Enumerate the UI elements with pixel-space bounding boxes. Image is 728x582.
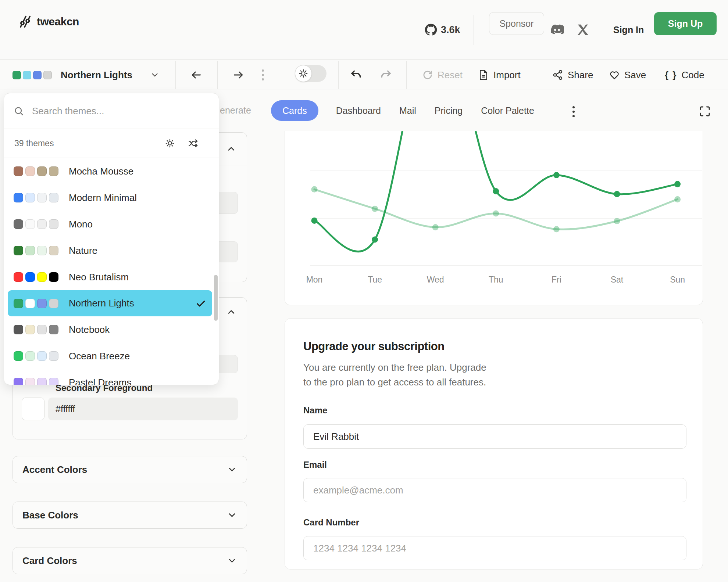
sun-icon <box>295 65 312 82</box>
theme-color-swatch <box>37 351 47 361</box>
chart-data-point <box>493 188 499 194</box>
import-button[interactable]: Import <box>478 69 521 81</box>
theme-name: Neo Brutalism <box>69 272 129 283</box>
chevron-up-icon[interactable] <box>226 307 236 317</box>
theme-color-swatch <box>25 272 35 282</box>
github-star-count: 3.6k <box>441 24 460 36</box>
code-button[interactable]: { } Code <box>665 69 704 81</box>
history-forward-button[interactable] <box>232 60 244 90</box>
history-back-button[interactable] <box>190 60 202 90</box>
chart-data-point <box>372 237 378 243</box>
share-button[interactable]: Share <box>552 69 593 81</box>
sponsor-button[interactable]: Sponsor <box>489 12 544 35</box>
toolbar-theme-swatches <box>13 60 52 90</box>
brand-name: tweakcn <box>37 15 79 28</box>
section-card-colors[interactable]: Card Colors <box>13 547 247 574</box>
theme-color-swatch <box>25 166 35 176</box>
theme-search-row <box>4 93 219 129</box>
sign-in-button[interactable]: Sign In <box>613 0 644 60</box>
header-divider <box>474 15 474 45</box>
theme-list-item[interactable]: Ocean Breeze <box>4 343 219 369</box>
theme-name: Mocha Mousse <box>69 166 133 177</box>
chart-data-point <box>674 181 681 187</box>
chart-line-secondary <box>314 189 678 229</box>
light-mode-sun-icon[interactable] <box>165 139 175 148</box>
theme-color-swatch <box>25 193 35 202</box>
theme-list-item[interactable]: Northern Lights <box>8 290 212 316</box>
undo-button[interactable] <box>350 60 363 90</box>
tab-mail[interactable]: Mail <box>399 100 417 121</box>
theme-color-swatch <box>49 272 58 282</box>
brand[interactable]: tweakcn <box>18 15 79 29</box>
theme-list-item[interactable]: Nature <box>4 237 219 264</box>
more-menu-ellipsis-icon[interactable] <box>572 105 575 118</box>
tab-color-palette[interactable]: Color Palette <box>480 100 535 121</box>
shuffle-random-icon[interactable] <box>188 138 198 148</box>
theme-color-swatch <box>14 193 23 202</box>
chart-data-point <box>553 172 560 178</box>
theme-swatch <box>33 71 42 79</box>
card-number-input[interactable] <box>303 536 686 560</box>
theme-list: Mocha MousseModern MinimalMonoNatureNeo … <box>4 158 219 385</box>
theme-color-swatch <box>25 351 35 361</box>
scrollbar-thumb[interactable] <box>214 275 218 321</box>
theme-list-item[interactable]: Mocha Mousse <box>4 158 219 184</box>
chevron-down-icon <box>227 464 237 475</box>
tab-pricing[interactable]: Pricing <box>434 100 463 121</box>
upgrade-subscription-card: Upgrade your subscription You are curren… <box>285 318 703 570</box>
name-input[interactable] <box>303 424 686 449</box>
light-dark-mode-toggle[interactable] <box>295 65 326 82</box>
discord-icon[interactable] <box>550 0 564 60</box>
theme-color-swatch <box>49 246 58 255</box>
theme-list-item[interactable]: Modern Minimal <box>4 184 219 211</box>
chart-axis-label: Sun <box>670 275 685 284</box>
toolbar-divider <box>540 61 540 89</box>
github-stars-button[interactable]: 3.6k <box>425 0 460 60</box>
share-icon <box>552 69 563 80</box>
card-description-line: You are currently on the free plan. Upgr… <box>303 362 486 373</box>
theme-color-swatch <box>14 351 23 361</box>
tab-cards[interactable]: Cards <box>271 100 318 121</box>
toolbar-divider <box>175 61 176 89</box>
theme-color-swatch <box>49 325 58 334</box>
theme-color-swatch <box>25 325 35 334</box>
preview-tabs: CardsDashboardMailPricingColor Palette <box>271 100 535 121</box>
hex-color-input[interactable] <box>48 398 238 420</box>
code-braces-icon: { } <box>665 69 677 81</box>
theme-selector[interactable]: Northern Lights <box>61 60 132 90</box>
email-input[interactable] <box>303 478 686 502</box>
chart-data-point <box>311 218 318 224</box>
theme-list-item[interactable]: Pastel Dreams <box>4 369 219 385</box>
chevron-up-icon[interactable] <box>226 144 236 154</box>
theme-color-swatch <box>37 325 47 334</box>
theme-name: Pastel Dreams <box>69 377 132 385</box>
github-icon <box>425 24 437 36</box>
header-divider <box>602 15 602 45</box>
drag-handle-dots-icon[interactable] <box>261 60 265 90</box>
theme-list-item[interactable]: Neo Brutalism <box>4 264 219 290</box>
theme-color-swatch <box>49 299 58 308</box>
tab-dashboard[interactable]: Dashboard <box>335 100 382 121</box>
redo-button[interactable] <box>379 60 392 90</box>
generate-button-fragment[interactable]: enerate <box>220 105 251 116</box>
tweakcn-logo-icon <box>18 15 32 29</box>
theme-list-item[interactable]: Mono <box>4 211 219 237</box>
chart-data-point <box>614 191 620 197</box>
theme-color-swatch <box>49 378 58 385</box>
theme-search-input[interactable] <box>32 105 209 117</box>
reset-button[interactable]: Reset <box>422 69 463 81</box>
sign-up-button[interactable]: Sign Up <box>654 12 717 35</box>
theme-list-item[interactable]: Notebook <box>4 316 219 343</box>
theme-color-swatch <box>14 378 23 385</box>
theme-color-swatch <box>37 246 47 255</box>
fullscreen-icon[interactable] <box>699 105 711 117</box>
chart-data-point <box>553 226 560 232</box>
section-accent-colors[interactable]: Accent Colors <box>13 456 247 483</box>
chevron-down-icon[interactable] <box>150 60 160 90</box>
x-twitter-icon[interactable] <box>577 0 589 60</box>
theme-count-row: 39 themes <box>4 129 219 158</box>
section-base-colors[interactable]: Base Colors <box>13 502 247 529</box>
save-button[interactable]: Save <box>609 69 646 81</box>
theme-color-swatch <box>14 219 23 229</box>
color-swatch-white[interactable] <box>22 398 44 420</box>
